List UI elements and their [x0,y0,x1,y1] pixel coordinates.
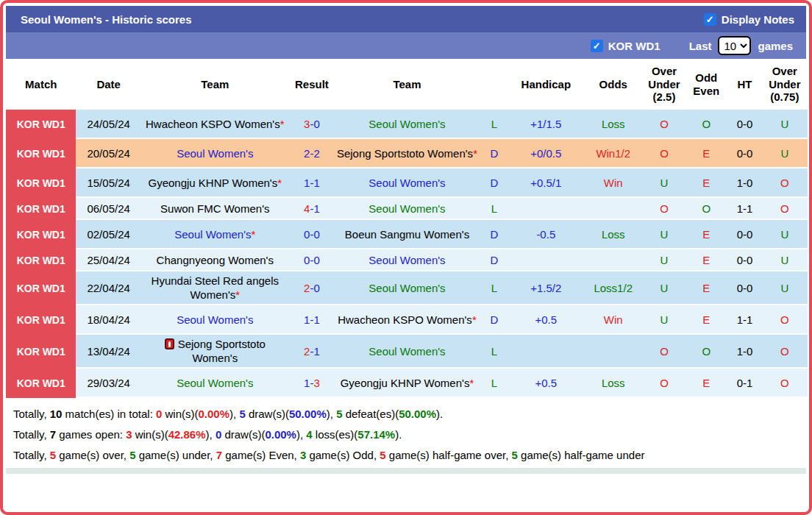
summary-text: win(s)( [162,408,198,420]
half-time-cell: 0-0 [727,271,761,305]
team-name: Suwon FMC Women's [160,202,269,215]
date-cell: 06/05/24 [76,198,140,220]
column-header-result: Result [289,59,335,110]
result-letter-cell: L [480,271,509,305]
score-cell: 2-1 [289,335,335,369]
odds-cell [583,335,644,369]
home-team-cell: Seoul Women's* [141,220,289,249]
result-letter-cell: D [480,220,509,249]
score-cell: 4-1 [289,198,335,220]
team-name: Seoul Women's [368,345,445,358]
match-cell: KOR WD1 [6,139,76,168]
team-name: Seoul Women's [368,254,445,266]
handicap-cell [509,249,583,271]
handicap-cell: +0.5/1 [509,168,583,198]
team-name: Seoul Women's [177,313,253,326]
match-cell: KOR WD1 [6,249,76,271]
odd-even-cell: O [685,335,727,369]
team-name: Sejong Sportstoto Women's [178,338,266,364]
odd-even-cell: E [685,220,727,249]
display-notes-label: Display Notes [722,13,794,26]
away-score: 1 [313,313,319,326]
summary-text: games open: [56,428,126,441]
away-score: 1 [313,345,319,358]
score-cell: 2-2 [289,139,335,168]
summary-text: 50.00% [289,408,327,420]
games-count-select[interactable]: 10 [718,36,751,55]
score-cell: 1-3 [289,369,335,398]
date-cell: 02/05/24 [76,220,140,249]
away-team-cell: Seoul Women's [335,249,480,271]
over-under-075-cell: U [762,110,808,139]
team-asterisk: * [472,313,477,326]
half-time-cell: 1-0 [727,168,761,198]
match-cell: KOR WD1 [6,110,76,139]
home-team-cell: Changnyeong Women's [141,249,289,271]
column-header-oddeven: Odd Even [685,59,727,110]
result-letter-cell: D [480,249,509,271]
team-name: Gyeongju KHNP Women's [148,177,277,189]
odds-cell: Win1/2 [583,139,644,168]
over-under-075-cell: U [762,139,808,168]
date-cell: 13/04/24 [76,335,140,369]
table-header: MatchDateTeamResultTeamHandicapOddsOver … [6,59,808,110]
summary-text: game(s) Even, [222,449,300,461]
half-time-cell: 0-0 [727,249,761,271]
table-row: KOR WD120/05/24Seoul Women's2-2Sejong Sp… [6,139,808,168]
summary-text: 42.86% [168,428,206,441]
summary-text: 3 [300,449,306,461]
team-name: Gyeongju KHNP Women's [341,377,470,389]
over-under-075-cell: O [762,168,808,198]
over-under-075-cell: O [762,198,808,220]
column-header-handicap: Handicap [509,59,583,110]
display-notes-checkbox[interactable] [704,13,716,26]
odd-even-cell: E [685,249,727,271]
table-row: KOR WD102/05/24Seoul Women's*0-0Boeun Sa… [6,220,808,249]
odds-cell: Loss [583,110,644,139]
home-team-cell: Hyundai Steel Red angels Women's* [141,271,289,305]
odd-even-cell: E [685,305,727,335]
half-time-cell: 0-0 [727,110,761,139]
column-header-match: Match [6,59,76,110]
summary-text: loss(es)( [313,428,358,441]
summary-text: 7 [50,428,56,441]
odd-even-cell: E [685,271,727,305]
handicap-cell [509,198,583,220]
home-team-cell: Sejong Sportstoto Women's [141,335,289,369]
summary-text: match(es) in total: [62,408,156,420]
summary-text: 7 [216,449,222,461]
table-row: KOR WD118/04/24Seoul Women's1-1Hwacheon … [6,305,808,335]
over-under-25-cell: U [644,168,685,198]
match-cell: KOR WD1 [6,271,76,305]
away-score: 2 [313,147,319,160]
column-header-odds: Odds [583,59,644,110]
odd-even-cell: O [685,198,727,220]
away-team-cell: Seoul Women's [335,335,480,369]
team-asterisk: * [473,147,477,160]
summary-text: 5 [239,408,245,420]
away-team-cell: Gyeongju KHNP Women's* [335,369,480,398]
match-cell: KOR WD1 [6,305,76,335]
summary-text: defeat(es)( [342,408,399,420]
away-team-cell: Seoul Women's [335,110,480,139]
odds-cell: Win [583,305,644,335]
column-header-home: Team [141,59,289,110]
result-letter-cell: D [480,139,509,168]
team-name: Seoul Women's [368,282,445,294]
over-under-25-cell: U [644,249,685,271]
team-asterisk: * [235,288,240,301]
summary-text: Totally, [13,449,50,461]
home-team-cell: Suwon FMC Women's [141,198,289,220]
half-time-cell: 0-0 [727,139,761,168]
score-cell: 2-0 [289,271,335,305]
summary-text: 3 [126,428,132,441]
date-cell: 24/05/24 [76,110,140,139]
title-bar: Seoul Women's - Historic scores Display … [6,6,806,32]
odds-cell: Loss1/2 [583,271,644,305]
over-under-075-cell: O [762,369,808,398]
team-asterisk: * [277,177,282,189]
over-under-25-cell: O [644,198,685,220]
league-checkbox[interactable] [591,40,603,52]
handicap-cell: +0.5 [509,369,583,398]
date-cell: 22/04/24 [76,271,140,305]
